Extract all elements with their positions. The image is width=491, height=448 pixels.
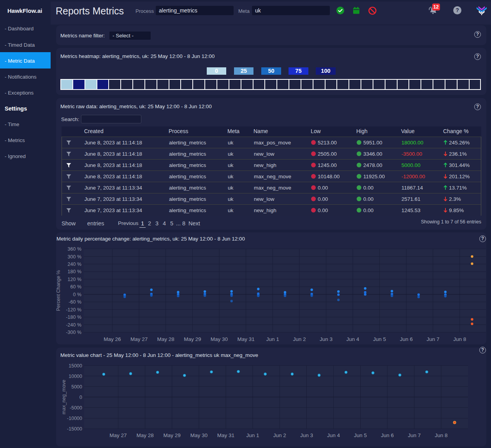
svg-text:15000: 15000 <box>69 363 82 369</box>
svg-text:120 %: 120 % <box>68 277 81 282</box>
svg-text:Jun 4: Jun 4 <box>347 336 360 342</box>
svg-text:-15000: -15000 <box>67 426 82 432</box>
svg-text:180 %: 180 % <box>68 269 81 274</box>
svg-text:240 %: 240 % <box>68 262 81 267</box>
svg-text:Jun 1: Jun 1 <box>266 336 279 342</box>
svg-text:max_neg_move: max_neg_move <box>61 379 67 414</box>
svg-text:Jun 8: Jun 8 <box>453 336 466 342</box>
svg-text:Jun 7: Jun 7 <box>426 336 439 342</box>
svg-text:Jun 7: Jun 7 <box>408 432 421 438</box>
svg-text:Jun 4: Jun 4 <box>327 432 340 438</box>
svg-text:May 31: May 31 <box>217 432 234 438</box>
svg-text:May 27: May 27 <box>109 432 127 438</box>
svg-text:Jun 3: Jun 3 <box>320 336 333 342</box>
svg-text:0 %: 0 % <box>73 292 81 297</box>
svg-text:Jun 2: Jun 2 <box>273 432 286 438</box>
svg-text:-180 %: -180 % <box>66 314 81 320</box>
svg-text:May 27: May 27 <box>130 336 148 342</box>
svg-text:60 %: 60 % <box>70 284 82 290</box>
svg-text:Jun 6: Jun 6 <box>400 336 413 342</box>
svg-text:May 30: May 30 <box>190 432 208 438</box>
svg-text:Jun 6: Jun 6 <box>381 432 394 438</box>
svg-text:May 28: May 28 <box>136 432 153 438</box>
svg-text:Jun 5: Jun 5 <box>373 336 386 342</box>
svg-text:-5000: -5000 <box>70 405 82 411</box>
svg-text:-240 %: -240 % <box>66 322 81 328</box>
svg-text:May 29: May 29 <box>184 336 201 342</box>
svg-text:360 %: 360 % <box>68 246 81 252</box>
svg-text:May 28: May 28 <box>157 336 174 342</box>
svg-text:-120 %: -120 % <box>66 307 81 313</box>
svg-text:-300 %: -300 % <box>66 330 81 335</box>
svg-text:Jun 3: Jun 3 <box>300 432 313 438</box>
svg-text:Jun 1: Jun 1 <box>246 432 259 438</box>
svg-text:Jun 5: Jun 5 <box>354 432 367 438</box>
svg-text:Jun 8: Jun 8 <box>435 432 447 438</box>
svg-text:5000: 5000 <box>71 384 82 390</box>
svg-text:-60 %: -60 % <box>69 299 81 305</box>
svg-text:Jun 2: Jun 2 <box>293 336 306 342</box>
svg-text:10000: 10000 <box>69 374 82 379</box>
svg-text:Percent Change %: Percent Change % <box>56 270 61 311</box>
svg-text:300 %: 300 % <box>68 254 81 260</box>
svg-text:May 29: May 29 <box>164 432 181 438</box>
svg-text:May 31: May 31 <box>237 336 254 342</box>
svg-text:0: 0 <box>79 395 82 400</box>
svg-text:May 30: May 30 <box>211 336 228 342</box>
svg-text:May 26: May 26 <box>104 336 121 342</box>
svg-text:-10000: -10000 <box>67 416 82 421</box>
